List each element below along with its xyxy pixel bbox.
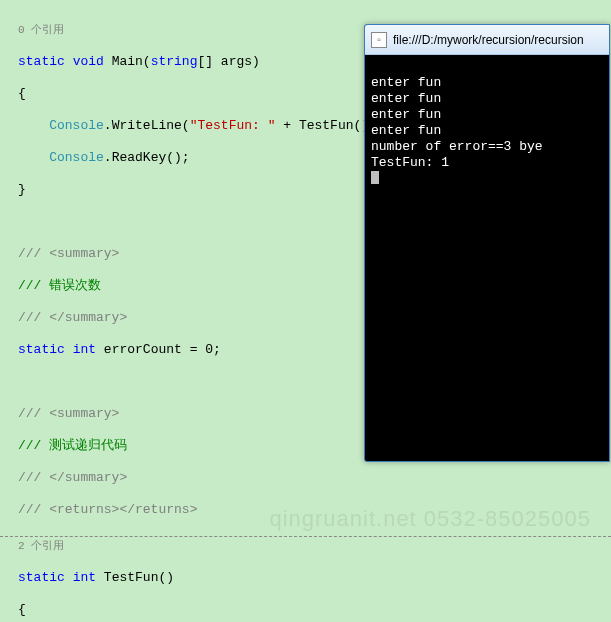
window-title: file:///D:/mywork/recursion/recursion (393, 33, 584, 47)
titlebar[interactable]: ▫ file:///D:/mywork/recursion/recursion (365, 25, 609, 55)
console-window[interactable]: ▫ file:///D:/mywork/recursion/recursion … (364, 24, 610, 462)
app-icon: ▫ (371, 32, 387, 48)
console-output: enter fun enter fun enter fun enter fun … (365, 55, 609, 209)
cursor-icon (371, 171, 379, 184)
references-count: 2 个引用 (0, 536, 611, 554)
